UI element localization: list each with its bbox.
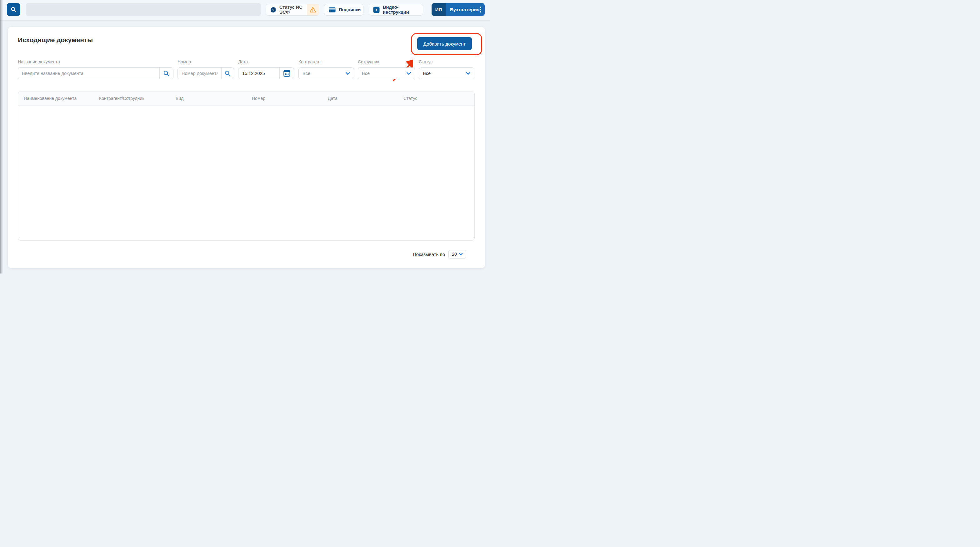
- search-icon: [11, 6, 17, 13]
- filter-label: Статус: [419, 59, 474, 64]
- counterparty-value: Все: [302, 71, 310, 76]
- warning-icon: [309, 6, 316, 13]
- pagination: Показывать по 20: [413, 250, 466, 258]
- search-button[interactable]: [7, 3, 20, 16]
- document-number-input[interactable]: [178, 71, 221, 76]
- filter-status: Статус Все: [419, 59, 474, 79]
- status-select[interactable]: Все: [419, 67, 474, 79]
- filter-document-number: Номер: [178, 59, 234, 79]
- calendar-icon: [283, 70, 290, 77]
- esf-warning-zone: [307, 4, 319, 15]
- column-header-counterparty: Контрагент/Сотрудник: [99, 96, 144, 101]
- filter-label: Контрагент: [298, 59, 354, 64]
- counterparty-select[interactable]: Все: [298, 67, 354, 79]
- name-search-button[interactable]: [159, 68, 173, 79]
- esf-status-button[interactable]: ? Статус ИС ЭСФ: [266, 4, 320, 16]
- svg-text:?: ?: [272, 8, 274, 11]
- window-edge-shadow: [0, 0, 3, 274]
- card-icon: [329, 7, 336, 13]
- filter-counterparty: Контрагент Все: [298, 59, 354, 79]
- page-size-value: 20: [452, 252, 457, 257]
- column-header-date: Дата: [328, 96, 337, 101]
- filter-document-name: Название документа: [18, 59, 173, 79]
- subscriptions-label: Подписки: [339, 7, 361, 12]
- outgoing-documents-card: Исходящие документы Добавить документ На…: [8, 27, 485, 268]
- filter-label: Номер: [178, 59, 234, 64]
- search-icon: [163, 70, 170, 77]
- column-header-status: Статус: [403, 96, 417, 101]
- employee-select[interactable]: Все: [358, 67, 415, 79]
- search-icon: [224, 70, 231, 77]
- help-bubble-icon: ?: [270, 6, 277, 13]
- global-search-input[interactable]: [25, 3, 261, 16]
- filter-label: Сотрудник: [358, 59, 415, 64]
- add-document-button[interactable]: Добавить документ: [417, 37, 472, 50]
- page-title: Исходящие документы: [18, 36, 93, 44]
- date-input[interactable]: [239, 71, 279, 76]
- account-name-label: Бухгалтерия: [450, 7, 479, 12]
- video-instructions-button[interactable]: Видео-инструкции: [369, 4, 423, 16]
- date-picker-button[interactable]: [279, 68, 294, 79]
- filter-employee: Сотрудник Все: [358, 59, 415, 79]
- filter-date: Дата: [238, 59, 294, 79]
- play-icon: [373, 6, 380, 13]
- column-header-document-name: Наименование документа: [24, 96, 76, 101]
- employee-value: Все: [362, 71, 370, 76]
- column-header-number: Номер: [252, 96, 265, 101]
- chevron-down-icon: [466, 72, 470, 75]
- esf-status-label: Статус ИС ЭСФ: [279, 5, 307, 15]
- column-header-type: Вид: [176, 96, 183, 101]
- chevron-down-icon: [407, 72, 411, 75]
- subscriptions-button[interactable]: Подписки: [324, 4, 363, 16]
- document-name-input[interactable]: [18, 71, 159, 76]
- topbar: ? Статус ИС ЭСФ Подписки Видео-инструкци…: [0, 0, 490, 21]
- chevron-down-icon: [345, 72, 350, 75]
- account-type-badge[interactable]: ИП: [431, 3, 445, 16]
- status-value: Все: [423, 71, 431, 76]
- filter-label: Дата: [238, 59, 294, 64]
- filter-label: Название документа: [18, 59, 173, 64]
- page-size-label: Показывать по: [413, 252, 445, 257]
- chevron-down-icon: [459, 253, 463, 255]
- kebab-icon[interactable]: [480, 6, 481, 13]
- account-switcher[interactable]: ИП Бухгалтерия: [431, 3, 485, 16]
- video-instructions-label: Видео-инструкции: [383, 5, 423, 15]
- documents-table: Наименование документа Контрагент/Сотруд…: [18, 91, 475, 241]
- number-search-button[interactable]: [221, 68, 234, 79]
- table-header-row: Наименование документа Контрагент/Сотруд…: [18, 92, 474, 106]
- page-size-select[interactable]: 20: [449, 250, 466, 258]
